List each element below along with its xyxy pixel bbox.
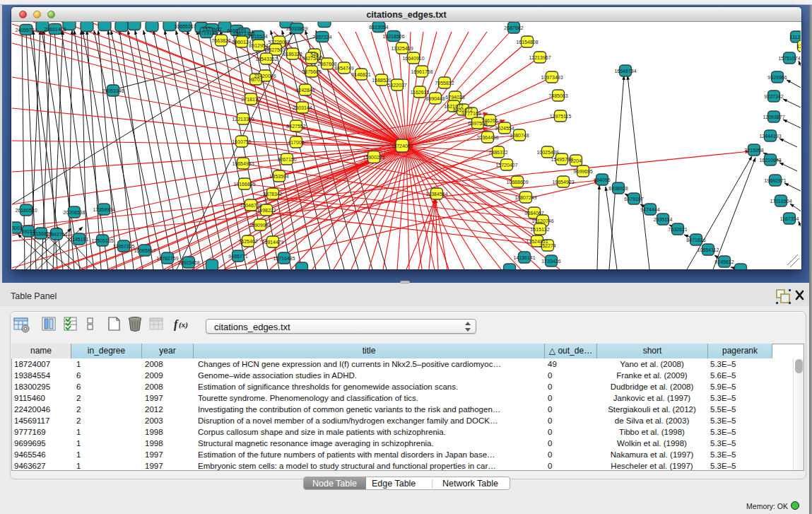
svg-text:8938928: 8938928 xyxy=(608,186,628,191)
svg-text:20206538: 20206538 xyxy=(63,210,85,215)
svg-text:8990448: 8990448 xyxy=(425,96,445,101)
svg-text:8878342: 8878342 xyxy=(263,192,282,197)
svg-text:7955812: 7955812 xyxy=(435,81,454,86)
svg-text:9329966: 9329966 xyxy=(767,75,787,80)
svg-text:16210643: 16210643 xyxy=(759,158,781,163)
svg-text:2687682: 2687682 xyxy=(504,25,523,30)
svg-text:7663822: 7663822 xyxy=(211,38,230,43)
svg-text:15909948: 15909948 xyxy=(249,223,271,228)
svg-text:3215958: 3215958 xyxy=(744,148,763,153)
svg-text:15751074: 15751074 xyxy=(778,56,800,61)
svg-text:10025438: 10025438 xyxy=(536,150,558,155)
svg-text:53226058: 53226058 xyxy=(268,40,290,45)
svg-text:16648784: 16648784 xyxy=(614,69,636,74)
svg-text:19218506: 19218506 xyxy=(382,34,404,39)
svg-text:5875685: 5875685 xyxy=(302,69,321,74)
svg-text:12093877: 12093877 xyxy=(763,115,784,119)
svg-text:17359934: 17359934 xyxy=(93,207,114,212)
svg-text:7632621: 7632621 xyxy=(668,227,687,232)
svg-text:20364436: 20364436 xyxy=(476,135,498,140)
svg-text:19654933: 19654933 xyxy=(232,161,254,166)
svg-text:12942717: 12942717 xyxy=(45,232,67,237)
svg-text:8471636: 8471636 xyxy=(686,238,705,243)
svg-text:7886372: 7886372 xyxy=(488,150,507,155)
svg-text:18807249: 18807249 xyxy=(514,195,536,200)
svg-text:f: f xyxy=(174,318,179,331)
svg-text:16046738: 16046738 xyxy=(240,203,261,208)
svg-text:1080748: 1080748 xyxy=(510,133,529,138)
svg-text:16120746: 16120746 xyxy=(531,218,553,223)
svg-text:19654923: 19654923 xyxy=(552,180,574,185)
svg-text:29053346: 29053346 xyxy=(102,88,124,93)
svg-text:5322037: 5322037 xyxy=(387,83,406,88)
svg-text:6794028: 6794028 xyxy=(445,95,464,100)
svg-text:9777169: 9777169 xyxy=(461,111,481,116)
svg-text:1167334: 1167334 xyxy=(780,216,799,221)
svg-text:9242845: 9242845 xyxy=(295,88,314,93)
svg-text:12505135: 12505135 xyxy=(91,238,113,243)
svg-text:1615132: 1615132 xyxy=(530,227,549,232)
svg-text:9474444: 9474444 xyxy=(640,207,659,212)
svg-text:26160510: 26160510 xyxy=(15,208,37,213)
svg-text:2718170: 2718170 xyxy=(241,97,260,102)
svg-text:8427552: 8427552 xyxy=(286,124,305,129)
svg-text:8186328: 8186328 xyxy=(283,52,302,57)
svg-text:15900275: 15900275 xyxy=(363,155,384,160)
svg-text:2204: 2204 xyxy=(570,158,582,163)
svg-text:16640910: 16640910 xyxy=(402,56,424,61)
svg-text:15716485: 15716485 xyxy=(273,256,295,261)
svg-text:12213967: 12213967 xyxy=(529,55,551,60)
svg-text:98701: 98701 xyxy=(249,77,263,82)
svg-text:164095: 164095 xyxy=(594,177,610,182)
svg-text:16095817: 16095817 xyxy=(134,248,155,253)
svg-text:20691406: 20691406 xyxy=(44,27,66,32)
svg-text:2935114: 2935114 xyxy=(654,217,673,222)
svg-text:9884067: 9884067 xyxy=(524,211,543,216)
svg-text:24055724: 24055724 xyxy=(15,28,37,33)
svg-text:7357224: 7357224 xyxy=(312,35,331,40)
svg-text:19166825: 19166825 xyxy=(233,182,255,187)
svg-text:9245612: 9245612 xyxy=(714,259,734,264)
svg-text:1588520: 1588520 xyxy=(372,78,391,83)
svg-text:19692971: 19692971 xyxy=(764,178,786,183)
svg-text:1353594: 1353594 xyxy=(269,174,288,179)
svg-text:746266: 746266 xyxy=(481,118,498,123)
svg-text:9327508: 9327508 xyxy=(302,56,321,61)
svg-text:16033809: 16033809 xyxy=(286,26,307,31)
svg-text:8454749: 8454749 xyxy=(334,66,353,71)
svg-text:19384554: 19384554 xyxy=(425,192,447,197)
svg-text:17016504: 17016504 xyxy=(770,199,792,204)
svg-text:16914479: 16914479 xyxy=(261,240,283,245)
svg-text:8813054: 8813054 xyxy=(369,25,388,30)
svg-text:10973493: 10973493 xyxy=(541,75,563,80)
svg-text:18724007: 18724007 xyxy=(391,144,413,148)
svg-text:15720407: 15720407 xyxy=(495,163,517,168)
svg-text:15495798: 15495798 xyxy=(551,157,572,162)
svg-text:10688609: 10688609 xyxy=(506,180,528,185)
svg-text:10543362: 10543362 xyxy=(255,57,277,62)
svg-text:1733426: 1733426 xyxy=(541,259,560,264)
svg-text:7515524: 7515524 xyxy=(248,34,267,39)
svg-text:16154808: 16154808 xyxy=(516,40,538,45)
svg-text:10654112: 10654112 xyxy=(698,247,719,252)
svg-text:3498222: 3498222 xyxy=(257,208,276,213)
svg-text:1162615: 1162615 xyxy=(411,90,430,95)
svg-text:3267150: 3267150 xyxy=(277,157,296,162)
svg-text:9146821: 9146821 xyxy=(351,72,370,77)
svg-text:9465771: 9465771 xyxy=(228,254,247,259)
svg-text:12444193: 12444193 xyxy=(759,134,781,139)
svg-text:14136141: 14136141 xyxy=(513,255,535,260)
svg-text:12975115: 12975115 xyxy=(550,114,572,119)
svg-text:13324: 13324 xyxy=(796,44,801,49)
svg-text:10719135: 10719135 xyxy=(195,30,217,35)
svg-text:(x): (x) xyxy=(179,320,188,329)
svg-text:9699695: 9699695 xyxy=(573,169,592,174)
svg-text:12923468: 12923468 xyxy=(177,260,199,265)
svg-text:6879197: 6879197 xyxy=(624,197,643,201)
svg-text:7625402: 7625402 xyxy=(238,239,257,244)
svg-text:16782759: 16782759 xyxy=(156,256,178,261)
svg-text:1145191: 1145191 xyxy=(70,237,89,242)
svg-text:7485063: 7485063 xyxy=(548,93,567,98)
svg-text:3024554: 3024554 xyxy=(495,126,514,131)
svg-text:417006: 417006 xyxy=(288,140,304,145)
